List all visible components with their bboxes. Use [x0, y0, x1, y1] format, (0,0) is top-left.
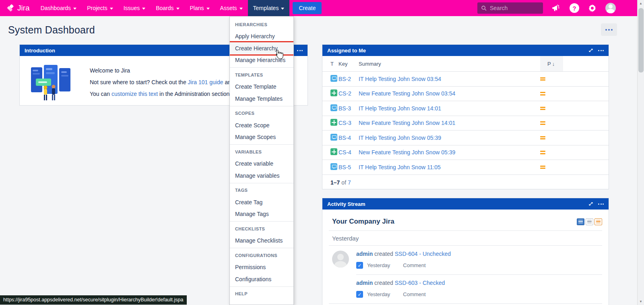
issue-summary-link[interactable]: IT Help Testing John Snow 14:01: [359, 105, 441, 112]
menu-item-manage-scopes[interactable]: Manage Scopes: [230, 131, 293, 143]
menu-item-create-scope[interactable]: Create Scope: [230, 119, 293, 131]
menu-item-manage-tags[interactable]: Manage Tags: [230, 208, 293, 220]
issue-key-link[interactable]: CS-2: [339, 90, 351, 97]
menu-item-manage-checklists[interactable]: Manage Checklists: [230, 235, 293, 247]
sort-desc-icon: ↓: [552, 61, 555, 67]
activity-source-heading: Your Company Jira: [332, 218, 394, 226]
comment-link[interactable]: Comment: [403, 262, 425, 268]
panel-more-icon[interactable]: [598, 203, 604, 205]
priority-medium-icon: [540, 135, 545, 141]
issue-key-link[interactable]: CS-4: [339, 149, 351, 156]
issue-key-link[interactable]: BS-4: [339, 135, 351, 141]
search-input[interactable]: [490, 5, 536, 11]
nav-item-boards[interactable]: Boards: [151, 0, 184, 16]
issue-summary-link[interactable]: IT Help Testing John Snow 11:05: [359, 164, 441, 170]
menu-item-apply-hierarchy[interactable]: Apply Hierarchy: [230, 31, 293, 43]
menu-item-manage-templates[interactable]: Manage Templates: [230, 93, 293, 105]
scroll-up-icon[interactable]: ▲: [638, 0, 644, 7]
intro-line-3: You can customize this text in the Admin…: [90, 91, 245, 97]
issue-link[interactable]: SSD-603 - Checked: [395, 280, 445, 286]
jira-logo-icon: [6, 4, 15, 12]
list-view-selected-icon[interactable]: [577, 218, 584, 225]
intro-line-2: Not sure where to start? Check out the J…: [90, 79, 245, 85]
menu-item-manage-hierarchies[interactable]: Manage Hierarchies: [230, 54, 293, 66]
table-row[interactable]: BS-2 IT Help Testing John Snow 03:54: [322, 71, 609, 86]
table-row[interactable]: CS-2 New Feature Testing John Snow 03:54: [322, 86, 609, 101]
menu-section-hierarchies: HIERARCHIES: [230, 19, 293, 31]
panel-title: Activity Stream: [327, 201, 365, 207]
issue-summary-link[interactable]: IT Help Testing John Snow 03:54: [359, 76, 441, 82]
pagination: 1–7 of 7: [322, 174, 609, 190]
menu-item-configurations[interactable]: Configurations: [230, 273, 293, 285]
menu-item-permissions[interactable]: Permissions: [230, 261, 293, 274]
issue-type-it-help-icon: [330, 134, 337, 141]
hand-cursor-icon: [273, 48, 284, 60]
priority-medium-icon: [540, 150, 545, 156]
nav-item-projects[interactable]: Projects: [82, 0, 118, 16]
issue-summary-link[interactable]: New Feature Testing John Snow 05:39: [359, 149, 455, 156]
issue-summary-link[interactable]: New Feature Testing John Snow 14:01: [359, 120, 455, 126]
panel-more-icon[interactable]: [598, 50, 604, 51]
menu-section-tags: TAGS: [230, 185, 293, 197]
jira-logo[interactable]: Jira: [0, 4, 35, 12]
vertical-scrollbar[interactable]: ▲ ▼: [637, 0, 644, 305]
customize-text-link[interactable]: customize this text: [111, 91, 158, 97]
assigned-panel-header: Assigned to Me: [322, 45, 609, 56]
issue-type-new-feature-icon: [330, 89, 337, 96]
panel-more-icon[interactable]: [297, 50, 303, 51]
table-row[interactable]: BS-3 IT Help Testing John Snow 14:01: [322, 101, 609, 116]
issue-summary-link[interactable]: New Feature Testing John Snow 03:54: [359, 90, 455, 97]
menu-item-manage-variables[interactable]: Manage variables: [230, 170, 293, 182]
nav-item-templates[interactable]: Templates: [248, 0, 290, 16]
issue-type-new-feature-icon: [330, 148, 337, 155]
scroll-down-icon[interactable]: ▼: [638, 298, 644, 305]
table-row[interactable]: BS-4 IT Help Testing John Snow 05:39: [322, 130, 609, 145]
col-priority-sorted[interactable]: P↓: [540, 56, 563, 71]
issues-table-header: T Key Summary P↓: [322, 56, 609, 71]
issue-key-link[interactable]: BS-3: [339, 105, 351, 112]
user-link[interactable]: admin: [356, 251, 373, 257]
search-box[interactable]: [477, 2, 543, 14]
comment-link[interactable]: Comment: [403, 291, 425, 297]
help-icon[interactable]: ?: [570, 3, 579, 13]
menu-item-create-variable[interactable]: Create variable: [230, 158, 293, 170]
issue-link[interactable]: SSD-604 - Unchecked: [395, 251, 451, 257]
issue-summary-link[interactable]: IT Help Testing John Snow 05:39: [359, 135, 441, 141]
col-type[interactable]: T: [322, 61, 339, 67]
list-view-icon[interactable]: [586, 218, 593, 225]
table-row[interactable]: BS-5 IT Help Testing John Snow 11:05: [322, 160, 609, 174]
logo-text: Jira: [17, 4, 30, 12]
col-summary[interactable]: Summary: [358, 61, 540, 67]
checkbox-checked-icon: ✓: [356, 291, 363, 298]
issue-key-link[interactable]: BS-2: [339, 76, 351, 82]
expand-icon[interactable]: [588, 201, 593, 206]
create-button[interactable]: Create: [293, 2, 322, 14]
dashboard-more-button[interactable]: [601, 23, 617, 36]
nav-item-plans[interactable]: Plans: [185, 0, 215, 16]
table-row[interactable]: CS-3 New Feature Testing John Snow 14:01: [322, 116, 609, 131]
panel-title: Introduction: [25, 48, 55, 54]
menu-item-create-hierarchy[interactable]: Create Hierarchy: [230, 42, 293, 54]
nav-item-dashboards[interactable]: Dashboards: [35, 0, 82, 16]
issue-key-link[interactable]: BS-5: [339, 164, 351, 170]
col-key[interactable]: Key: [339, 61, 358, 67]
nav-item-assets[interactable]: Assets: [215, 0, 248, 16]
announcements-icon[interactable]: [551, 4, 561, 12]
user-link[interactable]: admin: [356, 280, 373, 286]
nav-item-issues[interactable]: Issues: [118, 0, 151, 16]
intro-line-1: Welcome to Jira: [90, 67, 245, 74]
table-row[interactable]: CS-4 New Feature Testing John Snow 05:39: [322, 145, 609, 160]
issue-key-link[interactable]: CS-3: [339, 120, 351, 126]
activity-stream-panel: Activity Stream Your Company Jira Yester…: [322, 198, 609, 305]
menu-item-create-tag[interactable]: Create Tag: [230, 196, 293, 208]
settings-gear-icon[interactable]: [588, 4, 597, 13]
pagination-total-link[interactable]: 7: [348, 179, 351, 186]
menu-item-create-template[interactable]: Create Template: [230, 81, 293, 93]
jira-101-guide-link[interactable]: Jira 101 guide: [188, 79, 223, 85]
issue-type-it-help-icon: [330, 163, 337, 170]
rss-feed-icon[interactable]: [594, 218, 602, 225]
scrollbar-thumb[interactable]: [638, 8, 644, 73]
user-avatar[interactable]: [605, 3, 616, 13]
expand-icon[interactable]: [588, 48, 593, 53]
chevron-down-icon: [142, 8, 145, 10]
